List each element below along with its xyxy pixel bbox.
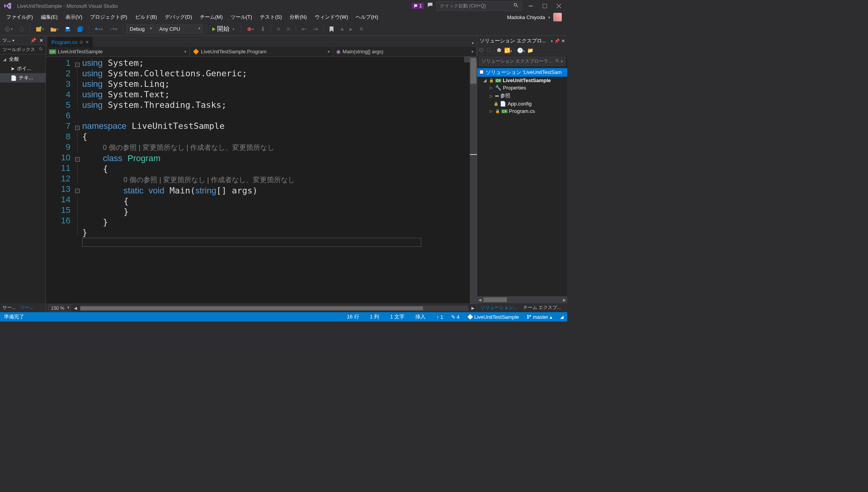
close-button[interactable] [553,0,564,11]
uncomment-icon[interactable]: ≡ [284,24,292,34]
menu-team[interactable]: チーム(M) [196,12,227,22]
status-publish[interactable]: ↑ 1 [436,314,443,320]
scroll-right-icon[interactable]: ▶ [471,306,475,310]
fold-icon[interactable]: − [75,189,79,193]
nav-back-button[interactable]: ▾ [2,25,15,33]
tree-node-references[interactable]: ▷ ▪▪ 参照 [477,91,567,100]
expand-icon[interactable]: ◢ [483,78,487,83]
status-repo[interactable]: LiveUnitTestSample [468,314,519,320]
menu-file[interactable]: ファイル(F) [2,12,37,22]
tree-node-appconfig[interactable]: 🔒 📄 App.config [477,100,567,107]
codelens[interactable]: 0 個の参照 | 変更箇所なし | 作成者なし、変更箇所なし [123,176,295,184]
bookmark-icon[interactable] [327,25,336,33]
sync-icon[interactable]: 🔁▾ [504,47,512,53]
vertical-scrollbar[interactable] [470,57,477,304]
bookmark-next-icon[interactable]: ▸ [347,24,355,34]
feedback-icon[interactable] [427,2,433,10]
resize-grip-icon[interactable]: ◢ [560,315,563,320]
menu-test[interactable]: テスト(S) [256,12,286,22]
close-icon[interactable]: ✕ [85,40,89,45]
close-icon[interactable]: ✕ [561,39,565,44]
scroll-thumb[interactable] [471,58,476,83]
status-branch[interactable]: master ▴ [527,314,552,320]
zoom-dropdown[interactable]: 150 % [48,305,71,312]
solution-explorer-search[interactable]: ソリューション エクスプローラー の ▾ [479,56,566,66]
fold-column[interactable]: − −−− [75,57,82,304]
back-icon[interactable] [479,47,484,54]
scroll-thumb[interactable] [80,306,423,310]
menu-tools[interactable]: ツール(T) [227,12,256,22]
new-project-button[interactable]: ▾ [34,25,46,34]
pin-icon[interactable]: 📌 [554,39,560,44]
nav-member-dropdown[interactable]: ◉ Main(string[] args) [333,47,477,56]
code-area[interactable]: using System; using System.Collections.G… [82,57,470,304]
pin-icon[interactable]: 📌 [30,38,36,43]
toolbox-search[interactable]: ツールボックス [0,45,46,54]
menu-debug[interactable]: デバッグ(D) [161,12,196,22]
save-all-button[interactable] [75,25,86,34]
fold-icon[interactable]: − [75,63,79,67]
split-handle-icon[interactable] [464,57,470,62]
tab-team-explorer[interactable]: チーム エクスプ... [520,303,564,312]
expand-icon[interactable]: ▷ [489,86,494,90]
menu-build[interactable]: ビルド(B) [131,12,161,22]
scroll-left-icon[interactable]: ◀ [477,298,483,302]
start-debug-button[interactable]: 開始 ▾ [209,23,238,35]
breakpoint-icon[interactable]: ▾ [244,25,256,33]
menu-view[interactable]: 表示(V) [62,12,86,22]
undo-button[interactable]: ▾ [92,25,105,33]
step-icon[interactable]: ⬇ [258,24,268,34]
history-icon[interactable]: 🕑▾ [517,47,525,53]
bookmark-clear-icon[interactable]: ✕ [356,24,366,34]
maximize-button[interactable] [539,0,550,11]
solution-node[interactable]: ソリューション 'LiveUnitTestSam [477,68,567,77]
platform-dropdown[interactable]: Any CPU [156,25,203,33]
codelens[interactable]: 0 個の参照 | 変更箇所なし | 作成者なし、変更箇所なし [103,144,274,151]
open-file-button[interactable]: ▾ [48,25,61,34]
config-dropdown[interactable]: Debug [126,25,154,33]
expand-icon[interactable]: ▷ [489,94,494,98]
notification-flag[interactable]: 1 [412,3,424,9]
project-node[interactable]: ◢ 🔒 C# LiveUnitTestSample [477,77,567,84]
close-icon[interactable]: ✕ [39,38,43,43]
editor[interactable]: 12345678910111213141516 − −−− using Syst… [46,57,477,304]
nav-project-dropdown[interactable]: C# LiveUnitTestSample [46,47,190,56]
horizontal-scrollbar[interactable] [80,306,468,311]
minimize-button[interactable] [525,0,536,11]
menu-project[interactable]: プロジェクト(P) [86,12,131,22]
nav-class-dropdown[interactable]: 🔶 LiveUnitTestSample.Program [190,47,333,56]
fold-icon[interactable]: − [75,157,79,162]
bookmark-prev-icon[interactable]: ◂ [338,24,346,34]
tab-program-cs[interactable]: Program.cs ⊙ ✕ [48,37,93,47]
avatar[interactable] [553,13,562,21]
chevron-down-icon[interactable]: ▾ [548,15,550,19]
outdent-icon[interactable]: ⇤ [299,24,309,34]
chevron-down-icon[interactable]: ▾ [561,60,563,63]
scroll-right-icon[interactable]: ▶ [562,298,567,302]
chevron-down-icon[interactable]: ▾ [551,39,553,43]
tree-node-program-cs[interactable]: ▷ 🔒 C# Program.cs [477,107,567,115]
toolbox-category[interactable]: ◢ 全般 [0,54,46,64]
menu-window[interactable]: ウィンドウ(W) [311,12,352,22]
indent-icon[interactable]: ⇥ [311,24,320,34]
forward-icon[interactable] [486,47,491,54]
status-pending[interactable]: ✎ 4 [451,314,460,320]
tab-overflow-icon[interactable]: ▾ [469,39,477,47]
menu-help[interactable]: ヘルプ(H) [352,12,382,22]
tab-server-explorer[interactable]: サー... [0,303,18,312]
save-button[interactable] [62,25,73,34]
tree-node-properties[interactable]: ▷ 🔧 Properties [477,84,567,91]
toolbox-item-pointer[interactable]: ➤ ポイ... [0,64,46,73]
redo-button[interactable]: ▾ [107,25,120,33]
toolbox-item-text[interactable]: 📄 テキ... [0,73,46,83]
expand-icon[interactable]: ▷ [489,109,494,113]
fold-icon[interactable]: − [75,126,79,130]
tab-solution-explorer[interactable]: ソリューション... [477,303,520,312]
show-all-icon[interactable]: 📁 [527,47,533,53]
menu-analyze[interactable]: 分析(N) [286,12,311,22]
scroll-left-icon[interactable]: ◀ [74,306,77,310]
tab-toolbox[interactable]: ツー... [18,303,36,312]
quick-launch-input[interactable]: クイック起動 (Ctrl+Q) [436,1,522,11]
home-icon[interactable] [496,47,502,54]
user-name-label[interactable]: Madoka Chiyoda [507,14,545,20]
